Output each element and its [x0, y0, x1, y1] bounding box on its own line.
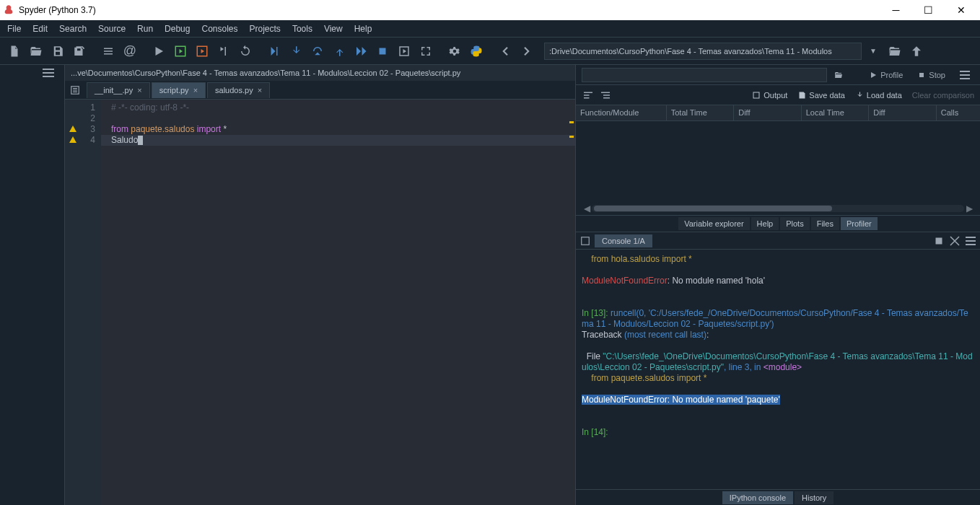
- debug-run-icon[interactable]: [394, 41, 414, 61]
- save-icon[interactable]: [48, 41, 68, 61]
- tab-files[interactable]: Files: [811, 217, 839, 230]
- run-selection-icon[interactable]: [214, 41, 234, 61]
- right-pane-tabs: Variable explorer Help Plots Files Profi…: [576, 215, 980, 232]
- debug-stop-icon[interactable]: [372, 41, 393, 61]
- console-pane: Console 1/A from hola.saludos import * M…: [576, 232, 980, 505]
- python-path-icon[interactable]: [466, 41, 486, 61]
- interrupt-kernel-icon[interactable]: [932, 234, 945, 247]
- code-editor[interactable]: 1 2 3 4 # -*- coding: utf-8 -*- from paq…: [65, 100, 575, 505]
- main-toolbar: @ :Drive\Documentos\CursoPython\Fase 4 -…: [0, 38, 980, 65]
- collapse-all-icon[interactable]: [582, 89, 595, 102]
- tab-saludos-py[interactable]: saludos.py×: [207, 82, 270, 98]
- minimize-button[interactable]: ─: [880, 0, 912, 20]
- scrollbar-markers: [569, 100, 574, 505]
- editor-tabs-list-icon[interactable]: [68, 83, 82, 97]
- tab-label: script.py: [159, 86, 189, 95]
- clear-console-icon[interactable]: [948, 234, 961, 247]
- back-icon[interactable]: [495, 41, 515, 61]
- run-icon[interactable]: [149, 41, 169, 61]
- debug-step-icon[interactable]: [264, 41, 284, 61]
- titlebar: Spyder (Python 3.7) ─ ☐ ✕: [0, 0, 980, 20]
- maximize-button[interactable]: ☐: [912, 0, 945, 20]
- editor-breadcrumb: ...ve\Documentos\CursoPython\Fase 4 - Te…: [65, 65, 575, 81]
- expand-all-icon[interactable]: [599, 89, 612, 102]
- cwd-dropdown-icon[interactable]: ▼: [863, 41, 883, 61]
- new-file-icon[interactable]: [4, 41, 25, 61]
- editor-pane: ...ve\Documentos\CursoPython\Fase 4 - Te…: [65, 65, 576, 505]
- debug-stepinto-icon[interactable]: [286, 41, 306, 61]
- output-button[interactable]: Output: [752, 91, 787, 100]
- tab-label: saludos.py: [215, 86, 253, 95]
- console-output[interactable]: from hola.saludos import * ModuleNotFoun…: [576, 250, 980, 489]
- maximize-editor-icon[interactable]: [416, 41, 436, 61]
- profile-button[interactable]: Profile: [865, 69, 907, 81]
- tab-ipython-console[interactable]: IPython console: [722, 491, 793, 504]
- tab-plots[interactable]: Plots: [780, 217, 809, 230]
- svg-rect-2: [380, 48, 386, 54]
- profiler-path-input[interactable]: [582, 68, 827, 82]
- list-icon[interactable]: [98, 41, 118, 61]
- close-icon[interactable]: ×: [258, 86, 262, 95]
- profiler-table-body: ◀▶: [576, 121, 980, 215]
- tab-init-py[interactable]: __init__.py×: [87, 82, 150, 98]
- console-tabs-list-icon[interactable]: [579, 234, 592, 247]
- editor-tabs: __init__.py× script.py× saludos.py×: [65, 81, 575, 100]
- spyder-logo-icon: [3, 4, 14, 16]
- menu-tools[interactable]: Tools: [286, 22, 318, 36]
- profiler-table-header: Function/Module Total Time Diff Local Ti…: [576, 105, 980, 121]
- profiler-options-icon[interactable]: [955, 73, 974, 77]
- profiler-toolbar: Profile Stop: [576, 65, 980, 85]
- menu-source[interactable]: Source: [92, 22, 131, 36]
- tab-history[interactable]: History: [795, 491, 834, 504]
- run-cell-icon[interactable]: [170, 41, 191, 61]
- horizontal-scrollbar[interactable]: ◀▶: [582, 203, 974, 214]
- console-options-icon[interactable]: [964, 234, 977, 247]
- debug-continue-icon[interactable]: [351, 41, 371, 61]
- text-cursor: [138, 136, 143, 145]
- stop-button[interactable]: Stop: [913, 69, 950, 81]
- console-tabs: Console 1/A: [576, 232, 980, 250]
- menu-consoles[interactable]: Consoles: [196, 22, 243, 36]
- run-cell-advance-icon[interactable]: [192, 41, 212, 61]
- browse-icon[interactable]: [830, 69, 847, 81]
- warning-marker[interactable]: 3: [65, 124, 101, 135]
- parent-dir-icon[interactable]: [906, 41, 927, 61]
- menu-file[interactable]: File: [1, 22, 27, 36]
- browse-dir-icon[interactable]: [885, 41, 905, 61]
- tab-profiler[interactable]: Profiler: [841, 217, 878, 230]
- line-gutter: 1 2 3 4: [65, 100, 101, 505]
- save-data-button[interactable]: Save data: [797, 91, 845, 100]
- close-button[interactable]: ✕: [945, 0, 977, 20]
- forward-icon[interactable]: [517, 41, 537, 61]
- warning-marker[interactable]: 4: [65, 135, 101, 146]
- save-all-icon[interactable]: [69, 41, 89, 61]
- menu-view[interactable]: View: [318, 22, 349, 36]
- restart-kernel-icon[interactable]: [235, 41, 255, 61]
- options-menu-icon[interactable]: [43, 72, 57, 84]
- tab-script-py[interactable]: script.py×: [152, 82, 206, 98]
- right-pane: Profile Stop Output Save data Load data …: [576, 65, 980, 505]
- tab-variable-explorer[interactable]: Variable explorer: [678, 217, 749, 230]
- svg-rect-8: [936, 237, 942, 244]
- menu-search[interactable]: Search: [53, 22, 92, 36]
- open-file-icon[interactable]: [26, 41, 46, 61]
- clear-comparison-button[interactable]: Clear comparison: [912, 91, 974, 100]
- tab-label: __init__.py: [95, 86, 133, 95]
- close-icon[interactable]: ×: [137, 86, 141, 95]
- menu-help[interactable]: Help: [349, 22, 378, 36]
- preferences-icon[interactable]: [445, 41, 465, 61]
- load-data-button[interactable]: Load data: [855, 91, 902, 100]
- working-directory-input[interactable]: :Drive\Documentos\CursoPython\Fase 4 - T…: [544, 43, 862, 60]
- menu-debug[interactable]: Debug: [159, 22, 196, 36]
- close-icon[interactable]: ×: [193, 86, 198, 95]
- console-tab-1a[interactable]: Console 1/A: [595, 234, 652, 247]
- menu-projects[interactable]: Projects: [244, 22, 286, 36]
- menu-run[interactable]: Run: [131, 22, 159, 36]
- profiler-toolbar-2: Output Save data Load data Clear compari…: [576, 85, 980, 105]
- debug-stepover-icon[interactable]: [307, 41, 328, 61]
- tab-help[interactable]: Help: [751, 217, 779, 230]
- window-title: Spyder (Python 3.7): [19, 5, 880, 15]
- menu-edit[interactable]: Edit: [27, 22, 53, 36]
- at-icon[interactable]: @: [120, 41, 140, 61]
- debug-stepout-icon[interactable]: [329, 41, 349, 61]
